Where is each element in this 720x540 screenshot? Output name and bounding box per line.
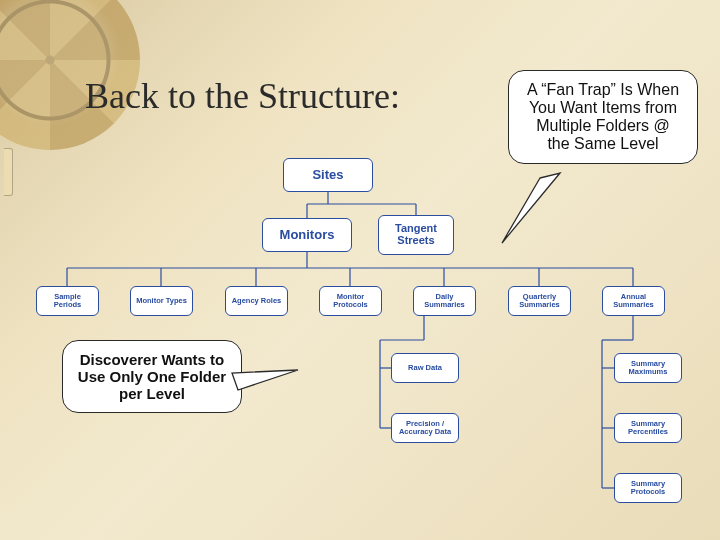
lbl: Daily Summaries [418, 293, 471, 309]
node-summary-percentiles: Summary Percentiles [614, 413, 682, 443]
node-monitors-label: Monitors [280, 228, 335, 242]
node-sample-periods: Sample Periods [36, 286, 99, 316]
slide: Back to the Structure: A “Fan Trap” Is W… [0, 0, 720, 540]
node-monitor-types: Monitor Types [130, 286, 193, 316]
node-summary-maximums: Summary Maximums [614, 353, 682, 383]
lbl: Sample Periods [41, 293, 94, 309]
lbl: Quarterly Summaries [513, 293, 566, 309]
callout-fan-trap-tail [502, 173, 560, 243]
node-monitor-protocols: Monitor Protocols [319, 286, 382, 316]
lbl: Precision / Accuracy Data [396, 420, 454, 436]
node-sites: Sites [283, 158, 373, 192]
node-sites-label: Sites [312, 168, 343, 182]
lbl: Raw Data [408, 364, 442, 372]
side-tab [4, 148, 13, 196]
node-agency-roles: Agency Roles [225, 286, 288, 316]
lbl: Agency Roles [232, 297, 282, 305]
lbl: Summary Protocols [619, 480, 677, 496]
node-daily-summaries: Daily Summaries [413, 286, 476, 316]
node-tangent-streets: Tangent Streets [378, 215, 454, 255]
slide-title: Back to the Structure: [85, 75, 400, 117]
callout-fan-trap: A “Fan Trap” Is When You Want Items from… [508, 70, 698, 164]
callout-fan-trap-text: A “Fan Trap” Is When You Want Items from… [527, 81, 679, 152]
node-annual-summaries: Annual Summaries [602, 286, 665, 316]
lbl: Summary Maximums [619, 360, 677, 376]
node-monitors: Monitors [262, 218, 352, 252]
callout-discoverer-text: Discoverer Wants to Use Only One Folder … [78, 351, 226, 402]
node-raw-data: Raw Data [391, 353, 459, 383]
lbl: Monitor Protocols [324, 293, 377, 309]
callout-discoverer: Discoverer Wants to Use Only One Folder … [62, 340, 242, 413]
lbl: Annual Summaries [607, 293, 660, 309]
node-quarterly-summaries: Quarterly Summaries [508, 286, 571, 316]
lbl: Summary Percentiles [619, 420, 677, 436]
node-tangent-streets-label: Tangent Streets [383, 223, 449, 246]
node-summary-protocols: Summary Protocols [614, 473, 682, 503]
lbl: Monitor Types [136, 297, 187, 305]
node-precision-accuracy: Precision / Accuracy Data [391, 413, 459, 443]
